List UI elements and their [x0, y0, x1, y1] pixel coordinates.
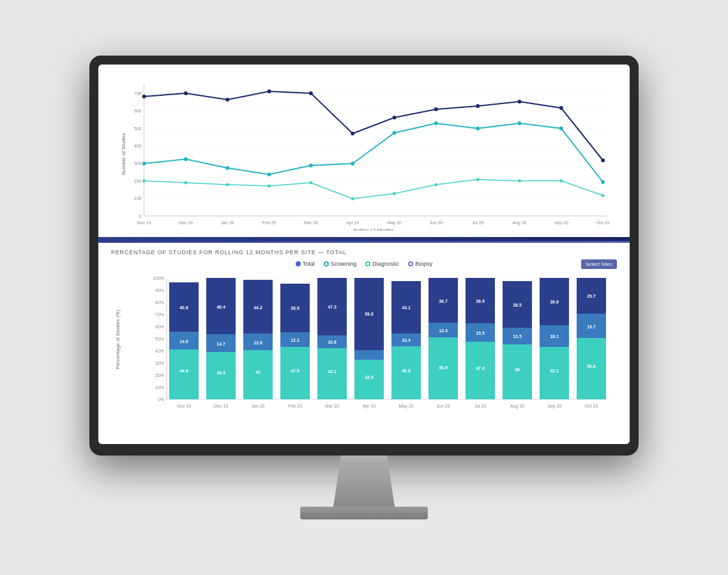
svg-text:38.9: 38.9: [216, 371, 225, 375]
svg-point-52: [518, 180, 521, 183]
radio-total: [296, 261, 301, 266]
svg-rect-105: [243, 350, 273, 399]
svg-text:19.7: 19.7: [587, 325, 596, 329]
svg-text:47.3: 47.3: [328, 305, 337, 309]
svg-point-30: [601, 158, 605, 162]
svg-text:50.9: 50.9: [439, 365, 448, 370]
svg-text:100%: 100%: [153, 276, 164, 280]
svg-text:Aug 20: Aug 20: [510, 404, 524, 409]
svg-text:40.8: 40.8: [179, 305, 188, 310]
screen-content: Number of Studies 700 600 500 400 300 20…: [98, 65, 630, 444]
monitor: Number of Studies 700 600 500 400 300 20…: [89, 56, 639, 519]
svg-text:Jun 20: Jun 20: [436, 404, 450, 408]
svg-text:100: 100: [134, 196, 142, 201]
svg-text:0: 0: [139, 214, 142, 218]
svg-text:Dec 19: Dec 19: [214, 404, 228, 408]
svg-text:38.8: 38.8: [550, 300, 559, 304]
svg-point-50: [434, 183, 437, 187]
svg-point-40: [518, 121, 522, 125]
svg-text:43.1: 43.1: [402, 305, 411, 310]
svg-text:29.7: 29.7: [587, 294, 596, 298]
svg-rect-167: [577, 338, 606, 399]
svg-text:14.7: 14.7: [216, 342, 225, 346]
svg-text:32.6: 32.6: [365, 375, 374, 379]
svg-point-51: [476, 178, 480, 181]
legend-item-diagnostic[interactable]: Diagnostic: [365, 261, 399, 267]
svg-text:50%: 50%: [155, 337, 164, 341]
bar-chart-container: Percentage of Studies (%) 100% 90% 80% 7…: [111, 272, 617, 434]
legend: Total Screening Diagnostic Biopsy: [111, 261, 617, 267]
svg-text:47.9: 47.9: [291, 369, 300, 373]
monitor-stand-base: [300, 507, 428, 519]
svg-text:600: 600: [134, 109, 142, 113]
svg-point-33: [225, 166, 229, 170]
svg-point-22: [268, 89, 271, 93]
y-axis-label: Percentage of Studies (%): [112, 272, 121, 406]
legend-item-biopsy[interactable]: Biopsy: [408, 261, 432, 267]
svg-point-42: [601, 180, 605, 184]
svg-text:Apr 20: Apr 20: [346, 220, 360, 226]
svg-text:42.1: 42.1: [328, 369, 337, 374]
svg-point-28: [518, 100, 522, 103]
svg-point-24: [351, 132, 354, 135]
svg-text:Sep 20: Sep 20: [547, 404, 561, 409]
svg-point-39: [476, 126, 480, 130]
svg-rect-146: [466, 342, 495, 399]
svg-text:14.6: 14.6: [179, 339, 188, 344]
svg-text:13.5: 13.5: [513, 334, 522, 339]
svg-text:10.4: 10.4: [402, 338, 411, 342]
svg-text:Jan 20: Jan 20: [221, 220, 234, 225]
bar-chart-svg: 100% 90% 80% 70% 60% 50% 40% 30% 20% 10%…: [143, 272, 617, 419]
svg-text:44.6: 44.6: [179, 369, 188, 373]
svg-text:18.1: 18.1: [550, 334, 559, 339]
line-chart-svg: Number of Studies 700 600 500 400 300 20…: [118, 77, 610, 231]
svg-text:10%: 10%: [155, 385, 164, 390]
legend-label-biopsy: Biopsy: [415, 261, 432, 267]
radio-biopsy: [408, 261, 413, 266]
svg-point-27: [476, 104, 480, 108]
svg-text:43.1: 43.1: [550, 369, 559, 373]
section-title: PERCENTAGE OF STUDIES FOR ROLLING 12 MON…: [111, 249, 617, 256]
svg-text:Apr 20: Apr 20: [363, 404, 376, 409]
monitor-bezel: Number of Studies 700 600 500 400 300 20…: [89, 56, 639, 456]
svg-text:Mar 20: Mar 20: [325, 404, 339, 408]
select-sites-button[interactable]: Select Sites: [581, 259, 617, 269]
svg-rect-91: [169, 349, 199, 399]
legend-label-total: Total: [303, 261, 315, 267]
svg-text:Dec 19: Dec 19: [179, 220, 193, 225]
svg-point-38: [434, 121, 438, 125]
svg-point-25: [393, 116, 397, 119]
svg-text:12.4: 12.4: [439, 328, 448, 333]
bottom-section: PERCENTAGE OF STUDIES FOR ROLLING 12 MON…: [98, 243, 630, 444]
svg-point-26: [434, 107, 438, 111]
svg-text:15.5: 15.5: [476, 331, 485, 335]
svg-point-31: [142, 162, 146, 165]
legend-item-total[interactable]: Total: [296, 261, 315, 267]
legend-label-screening: Screening: [331, 261, 357, 267]
svg-rect-98: [206, 352, 236, 399]
svg-text:20%: 20%: [155, 373, 164, 378]
svg-point-46: [268, 185, 271, 188]
svg-text:Feb 20: Feb 20: [262, 220, 277, 225]
svg-text:Oct 20: Oct 20: [596, 220, 610, 225]
svg-rect-119: [317, 348, 347, 399]
svg-rect-112: [280, 347, 310, 399]
svg-point-23: [309, 91, 313, 95]
svg-text:46.5: 46.5: [402, 369, 411, 373]
svg-text:59.8: 59.8: [365, 312, 374, 316]
svg-text:Nov 19: Nov 19: [137, 220, 151, 225]
svg-text:Jun 20: Jun 20: [429, 220, 443, 225]
svg-text:50.6: 50.6: [587, 364, 596, 369]
svg-text:40%: 40%: [155, 349, 164, 353]
svg-text:May 20: May 20: [387, 220, 402, 226]
svg-text:13.8: 13.8: [254, 341, 262, 345]
svg-point-47: [309, 181, 312, 185]
svg-text:300: 300: [134, 161, 142, 165]
svg-text:70%: 70%: [155, 312, 164, 317]
svg-point-37: [393, 131, 397, 135]
svg-text:12.2: 12.2: [291, 338, 300, 342]
svg-text:10.6: 10.6: [328, 340, 337, 344]
svg-text:47.6: 47.6: [476, 366, 485, 371]
svg-point-48: [351, 197, 354, 201]
legend-item-screening[interactable]: Screening: [324, 261, 357, 267]
